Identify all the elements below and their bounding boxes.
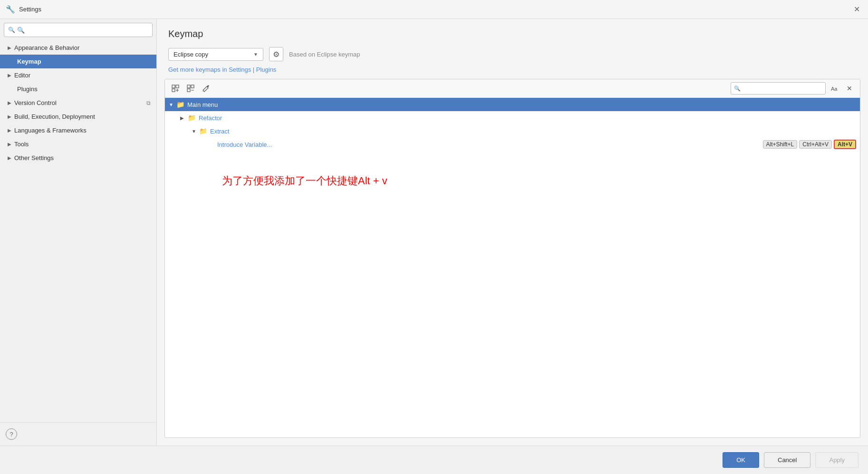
content-header: Keymap Eclipse copy ▼ ⚙ Based on Eclipse… [157, 19, 868, 79]
titlebar: 🔧 Settings ✕ [0, 0, 868, 19]
tree-expand-icon: ▶ [180, 115, 186, 121]
edit-shortcut-button[interactable] [199, 82, 212, 95]
tree-toolbar: 🔍 Aa ✕ [165, 79, 860, 98]
help-button[interactable]: ? [6, 428, 17, 440]
match-case-icon: Aa [830, 85, 838, 92]
annotation-text: 为了方便我添加了一个快捷键Alt + v [222, 174, 387, 188]
sidebar-search-input[interactable] [17, 27, 148, 34]
tree-toolbar-right: Aa ✕ [828, 82, 856, 95]
plugins-link[interactable]: Get more keymaps in Settings | Plugins [168, 66, 276, 73]
sidebar-bottom: ? [0, 422, 156, 446]
cancel-button[interactable]: Cancel [764, 452, 810, 468]
svg-text:Aa: Aa [831, 86, 838, 92]
sidebar-item-label: Version Control [14, 99, 143, 106]
tree-item-label: Refactor [199, 114, 856, 122]
tree-content: ▼ 📁 Main menu ▶ 📁 Refactor ▼ 📁 Extract [165, 98, 860, 437]
expand-arrow-icon: ▶ [8, 100, 11, 105]
copy-icon: ⧉ [146, 100, 151, 106]
ok-button[interactable]: OK [723, 452, 759, 468]
folder-icon: 📁 [199, 127, 207, 135]
sidebar-item-version-control[interactable]: ▶ Version Control ⧉ [0, 96, 156, 110]
tree-row-refactor[interactable]: ▶ 📁 Refactor [165, 111, 860, 124]
shortcut-badge-0: Alt+Shift+L [763, 140, 798, 149]
expand-arrow-icon: ▶ [8, 128, 11, 133]
tree-item-label: Extract [210, 128, 856, 135]
svg-rect-7 [187, 89, 190, 92]
pencil-icon [202, 85, 210, 92]
sidebar: 🔍 ▶ Appearance & Behavior Keymap ▶ Edito… [0, 19, 157, 446]
sidebar-item-label: Other Settings [14, 154, 151, 161]
sidebar-item-keymap[interactable]: Keymap [0, 55, 156, 68]
keymap-selected-label: Eclipse copy [174, 51, 208, 58]
based-on-label: Based on Eclipse keymap [289, 51, 360, 58]
collapse-all-icon [187, 85, 194, 92]
dropdown-arrow-icon: ▼ [253, 52, 258, 57]
tree-search-input[interactable] [743, 85, 822, 92]
close-button[interactable]: ✕ [851, 4, 862, 15]
tree-search-icon: 🔍 [734, 85, 741, 92]
gear-settings-button[interactable]: ⚙ [269, 47, 283, 61]
expand-arrow-icon: ▶ [8, 155, 11, 161]
sidebar-item-tools[interactable]: ▶ Tools [0, 137, 156, 151]
close-search-button[interactable]: ✕ [843, 82, 856, 95]
expand-all-button[interactable] [169, 82, 182, 95]
folder-icon: 📁 [188, 114, 196, 122]
tree-row-extract[interactable]: ▼ 📁 Extract [165, 124, 860, 138]
collapse-all-button[interactable] [184, 82, 197, 95]
search-icon: 🔍 [8, 27, 15, 33]
sidebar-item-label: Editor [14, 72, 151, 79]
sidebar-item-label: Build, Execution, Deployment [14, 113, 151, 120]
sidebar-search-box[interactable]: 🔍 [4, 23, 153, 37]
sidebar-item-appearance-behavior[interactable]: ▶ Appearance & Behavior [0, 41, 156, 55]
tree-search-box[interactable]: 🔍 [731, 82, 826, 95]
expand-arrow-icon: ▶ [8, 114, 11, 119]
bottom-bar: OK Cancel Apply [0, 446, 868, 474]
sidebar-item-build-execution[interactable]: ▶ Build, Execution, Deployment [0, 110, 156, 123]
tree-item-label: Introduce Variable... [217, 141, 763, 148]
svg-rect-0 [172, 85, 175, 88]
shortcut-badge-2: Alt+V [834, 140, 856, 149]
sidebar-item-label: Appearance & Behavior [14, 44, 151, 51]
svg-rect-5 [187, 85, 190, 88]
tree-row-introduce-variable[interactable]: Introduce Variable... Alt+Shift+L Ctrl+A… [165, 138, 860, 151]
svg-rect-2 [172, 89, 175, 92]
sidebar-item-label: Plugins [17, 85, 151, 93]
keymap-controls: Eclipse copy ▼ ⚙ Based on Eclipse keymap [168, 47, 857, 61]
apply-button[interactable]: Apply [815, 452, 858, 468]
sidebar-item-label: Languages & Frameworks [14, 127, 151, 134]
sidebar-item-editor[interactable]: ▶ Editor [0, 68, 156, 82]
expand-arrow-icon: ▶ [8, 73, 11, 78]
svg-rect-1 [176, 85, 179, 88]
expand-all-icon [172, 85, 179, 92]
sidebar-item-languages-frameworks[interactable]: ▶ Languages & Frameworks [0, 123, 156, 137]
content-area: Keymap Eclipse copy ▼ ⚙ Based on Eclipse… [157, 19, 868, 446]
folder-icon: 📁 [176, 101, 184, 108]
keymap-dropdown[interactable]: Eclipse copy ▼ [168, 48, 263, 61]
shortcuts-container: Alt+Shift+L Ctrl+Alt+V Alt+V [763, 140, 856, 149]
sidebar-item-label: Tools [14, 141, 151, 148]
shortcut-badge-1: Ctrl+Alt+V [799, 140, 832, 149]
svg-rect-6 [191, 85, 194, 88]
tree-expand-icon: ▼ [192, 129, 197, 134]
app-icon: 🔧 [6, 5, 15, 14]
sidebar-item-other-settings[interactable]: ▶ Other Settings [0, 151, 156, 165]
tree-row-main-menu[interactable]: ▼ 📁 Main menu [165, 98, 860, 111]
expand-arrow-icon: ▶ [8, 142, 11, 147]
page-title: Keymap [168, 28, 857, 39]
expand-arrow-icon: ▶ [8, 45, 11, 50]
keymap-tree-area: 🔍 Aa ✕ ▼ 📁 Main menu [164, 79, 860, 438]
sidebar-item-label: Keymap [17, 58, 151, 65]
match-case-button[interactable]: Aa [828, 82, 841, 95]
window-title: Settings [19, 6, 41, 13]
tree-item-label: Main menu [187, 101, 856, 108]
sidebar-item-plugins[interactable]: Plugins [0, 82, 156, 96]
tree-expand-icon: ▼ [169, 102, 174, 107]
